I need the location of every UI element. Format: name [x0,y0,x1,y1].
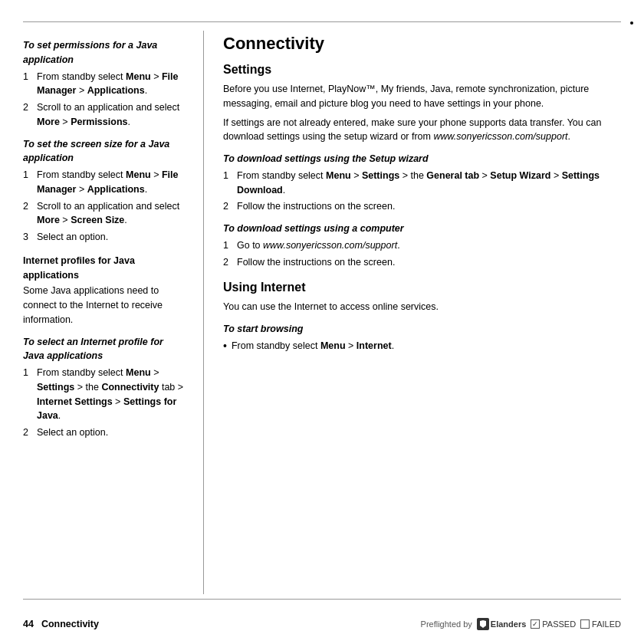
left-column: To set permissions for a Java applicatio… [23,31,184,594]
support-link-2: www.sonyericsson.com/support [263,240,397,251]
step-item: 2 Select an option. [23,426,184,440]
browsing-bullet-list: • From standby select Menu > Internet. [223,339,621,354]
italic-heading-download-computer: To download settings using a computer [223,222,621,236]
elanders-svg [478,619,488,629]
main-title: Connectivity [223,31,621,56]
top-border [23,21,621,22]
step-item: 2 Scroll to an application and select Mo… [23,199,184,228]
settings-subtitle: Settings [223,61,621,79]
passed-label: PASSED [542,619,576,629]
steps-setup-wizard: 1 From standby select Menu > Settings > … [223,169,621,214]
bullet-item: • From standby select Menu > Internet. [223,339,621,354]
step-item: 1 From standby select Menu > File Manage… [23,70,184,99]
support-link-1: www.sonyericsson.com/support [433,131,567,142]
footer-page-info: 44 Connectivity [23,619,99,629]
steps-permissions: 1 From standby select Menu > File Manage… [23,70,184,130]
plain-heading-internet-profiles: Internet profiles for Java applications [23,254,184,283]
steps-internet-profile: 1 From standby select Menu > Settings > … [23,366,184,440]
settings-para2: If settings are not already entered, mak… [223,116,621,145]
italic-heading-setup-wizard: To download settings using the Setup wiz… [223,152,621,166]
page-label: Connectivity [41,619,99,629]
corner-dot [630,21,633,25]
step-item: 3 Select an option. [23,230,184,245]
footer-brand: Preflighted by Elanders ✓ PASSED FAILED [421,618,621,630]
content-area: To set permissions for a Java applicatio… [23,31,621,594]
failed-checkbox [580,619,590,629]
passed-checkbox: ✓ [531,619,540,629]
steps-download-computer: 1 Go to www.sonyericsson.com/support. 2 … [223,238,621,270]
step-item: 2 Follow the instructions on the screen. [223,255,621,270]
footer: 44 Connectivity Preflighted by Elanders … [23,618,621,630]
step-item: 1 From standby select Menu > File Manage… [23,168,184,197]
bottom-border [23,599,621,600]
using-internet-subtitle: Using Internet [223,278,621,297]
internet-profiles-para: Some Java applications need to connect t… [23,284,184,327]
steps-screensize: 1 From standby select Menu > File Manage… [23,168,184,245]
using-internet-para: You can use the Internet to access onlin… [223,300,621,314]
failed-label: FAILED [592,619,621,629]
preflight-label: Preflighted by [421,619,472,629]
italic-heading-internet-profile-select: To select an Internet profile for Java a… [23,335,184,364]
page-container: To set permissions for a Java applicatio… [0,0,644,644]
italic-heading-permissions: To set permissions for a Java applicatio… [23,38,184,67]
step-item: 1 From standby select Menu > Settings > … [23,366,184,423]
right-column: Connectivity Settings Before you use Int… [223,31,621,594]
step-item: 1 Go to www.sonyericsson.com/support. [223,238,621,253]
elanders-name: Elanders [491,619,526,629]
elanders-icon [477,618,489,630]
step-item: 1 From standby select Menu > Settings > … [223,169,621,198]
step-item: 2 Scroll to an application and select Mo… [23,100,184,130]
elanders-logo: Elanders [477,618,526,630]
step-item: 2 Follow the instructions on the screen. [223,199,621,214]
italic-heading-screensize: To set the screen size for a Java applic… [23,137,184,166]
failed-indicator: FAILED [580,619,621,629]
italic-heading-start-browsing: To start browsing [223,322,621,337]
page-number: 44 [23,619,34,629]
passed-indicator: ✓ PASSED [531,619,576,629]
settings-para1: Before you use Internet, PlayNow™, My fr… [223,82,621,111]
column-divider [203,31,204,594]
